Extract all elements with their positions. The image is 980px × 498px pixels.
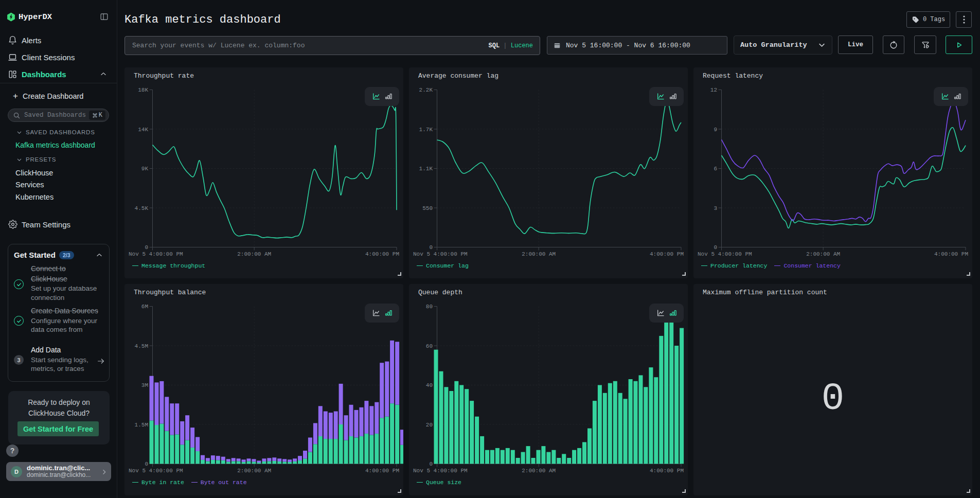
svg-text:0: 0 [145,244,148,251]
svg-text:Nov 5 4:00:00 PM: Nov 5 4:00:00 PM [698,251,752,257]
svg-text:0: 0 [429,461,433,467]
svg-text:1.7K: 1.7K [419,127,433,133]
svg-text:4:00:00 PM: 4:00:00 PM [365,251,399,257]
svg-text:20: 20 [426,422,433,428]
svg-text:80: 80 [426,304,433,310]
svg-text:3M: 3M [141,382,148,388]
svg-text:4:00:00 PM: 4:00:00 PM [650,251,684,257]
svg-text:Nov 5 4:00:00 PM: Nov 5 4:00:00 PM [413,468,468,474]
svg-text:6M: 6M [141,304,148,310]
svg-text:4.5K: 4.5K [135,205,149,211]
svg-text:2:00:00 AM: 2:00:00 AM [522,468,556,474]
svg-text:2:00:00 AM: 2:00:00 AM [522,251,556,257]
svg-text:Nov 5 4:00:00 PM: Nov 5 4:00:00 PM [129,468,183,474]
svg-text:0: 0 [429,244,433,251]
svg-text:0: 0 [714,244,717,251]
svg-text:4.5M: 4.5M [135,343,148,349]
svg-text:2:00:00 AM: 2:00:00 AM [237,468,271,474]
svg-text:2.2K: 2.2K [419,87,433,93]
svg-text:60: 60 [426,343,433,349]
svg-text:2:00:00 AM: 2:00:00 AM [237,251,271,257]
svg-text:550: 550 [422,205,433,211]
svg-text:40: 40 [426,382,433,388]
svg-text:1.5M: 1.5M [135,422,148,428]
svg-text:0: 0 [145,461,148,467]
svg-text:14K: 14K [138,127,148,133]
svg-text:9: 9 [714,127,717,133]
svg-text:2:00:00 AM: 2:00:00 AM [806,251,840,257]
svg-text:12: 12 [710,87,717,93]
svg-text:Nov 5 4:00:00 PM: Nov 5 4:00:00 PM [413,251,468,257]
svg-text:6: 6 [714,166,717,172]
svg-text:3: 3 [714,205,717,211]
svg-text:4:00:00 PM: 4:00:00 PM [365,468,399,474]
svg-text:18K: 18K [138,87,148,93]
svg-text:4:00:00 PM: 4:00:00 PM [934,251,968,257]
svg-text:9K: 9K [141,166,149,172]
svg-text:1.1K: 1.1K [419,166,433,172]
svg-text:Nov 5 4:00:00 PM: Nov 5 4:00:00 PM [129,251,183,257]
svg-text:4:00:00 PM: 4:00:00 PM [650,468,684,474]
